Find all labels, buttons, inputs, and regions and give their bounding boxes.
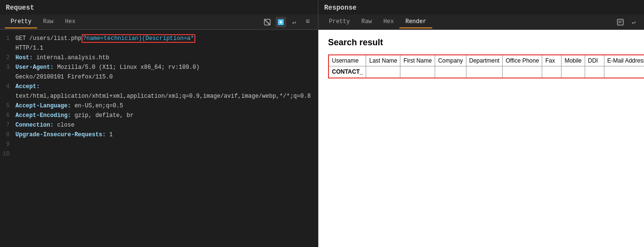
cell-mobile: [562, 66, 585, 78]
menu-icon[interactable]: ≡: [302, 17, 313, 27]
render-area: Search result Username Last Name First N…: [318, 30, 644, 247]
accept-key: Accept:: [15, 83, 40, 90]
code-line-3b: Gecko/20100101 Firefox/115.0: [0, 72, 318, 82]
code-line-5: 5 Accept-Language: en-US,en;q=0.5: [0, 101, 318, 111]
send-icon[interactable]: [275, 17, 286, 27]
col-company: Company: [435, 55, 466, 66]
tab-render-response[interactable]: Render: [399, 16, 432, 28]
request-tab-bar: Pretty Raw Hex ↵ ≡: [0, 14, 318, 30]
tab-pretty-request[interactable]: Pretty: [5, 16, 37, 28]
code-line-6: 6 Accept-Encoding: gzip, deflate, br: [0, 111, 318, 120]
code-line-9: 9: [0, 140, 318, 149]
col-fax: Fax: [542, 55, 562, 66]
right-panel: Response Pretty Raw Hex Render ↵ Search …: [318, 0, 644, 247]
main-layout: Request Pretty Raw Hex ↵ ≡: [0, 0, 644, 247]
col-last-name: Last Name: [366, 55, 400, 66]
cell-last-name: [366, 66, 400, 78]
col-email: E-Mail Address: [604, 55, 644, 66]
cell-first-name: [400, 66, 435, 78]
query-string-highlight: ?name=technician)(Description=a*: [82, 34, 195, 43]
col-mobile: Mobile: [562, 55, 585, 66]
cell-office-phone: [503, 66, 542, 78]
col-first-name: First Name: [400, 55, 435, 66]
table-row: CONTACT_: [329, 66, 644, 78]
search-result-title: Search result: [328, 38, 634, 48]
response-tab-bar: Pretty Raw Hex Render ↵: [318, 14, 644, 30]
request-code-area: 1 GET /users/list.php?name=technician)(D…: [0, 30, 318, 247]
tab-raw-request[interactable]: Raw: [37, 16, 59, 28]
response-newline-icon[interactable]: ↵: [629, 17, 639, 27]
tab-raw-response[interactable]: Raw: [356, 16, 378, 28]
col-department: Department: [466, 55, 503, 66]
response-header: Response: [318, 0, 644, 14]
code-line-7: 7 Connection: close: [0, 120, 318, 130]
code-line-4: 4 Accept:: [0, 82, 318, 91]
col-username: Username: [329, 55, 366, 66]
accept-enc-key: Accept-Encoding:: [15, 112, 71, 119]
code-line-3: 3 User-Agent: Mozilla/5.0 (X11; Linux x8…: [0, 63, 318, 72]
cell-email: [604, 66, 644, 78]
code-line-2: 2 Host: internal.analysis.htb: [0, 53, 318, 63]
left-panel: Request Pretty Raw Hex ↵ ≡: [0, 0, 318, 247]
code-line-1b: HTTP/1.1: [0, 43, 318, 53]
svg-rect-5: [617, 19, 623, 25]
upgrade-key: Upgrade-Insecure-Requests:: [15, 131, 106, 138]
request-toolbar-icons: ↵ ≡: [262, 17, 313, 27]
cell-ddi: [585, 66, 604, 78]
connection-key: Connection:: [15, 122, 54, 129]
tab-hex-request[interactable]: Hex: [59, 16, 82, 28]
cell-department: [466, 66, 503, 78]
word-wrap-icon[interactable]: [615, 17, 626, 27]
no-intercept-icon[interactable]: [262, 17, 273, 27]
code-line-4b: text/html,application/xhtml+xml,applicat…: [0, 91, 318, 101]
code-line-10: 10: [0, 149, 318, 159]
response-toolbar-icons: ↵: [615, 17, 639, 27]
col-office-phone: Office Phone: [503, 55, 542, 66]
host-key: Host:: [15, 54, 33, 61]
result-table: Username Last Name First Name Company De…: [328, 54, 644, 78]
newline-icon[interactable]: ↵: [289, 17, 300, 27]
cell-company: [435, 66, 466, 78]
code-line-1: 1 GET /users/list.php?name=technician)(D…: [0, 34, 318, 43]
svg-line-0: [264, 19, 270, 25]
accept-lang-key: Accept-Language:: [15, 103, 71, 109]
user-agent-key: User-Agent:: [15, 64, 54, 71]
cell-fax: [542, 66, 562, 78]
request-header: Request: [0, 0, 318, 14]
tab-hex-response[interactable]: Hex: [378, 16, 400, 28]
code-line-8: 8 Upgrade-Insecure-Requests: 1: [0, 130, 318, 140]
tab-pretty-response[interactable]: Pretty: [323, 16, 356, 28]
cell-username: CONTACT_: [329, 66, 366, 78]
get-path: GET /users/list.php: [15, 35, 82, 42]
col-ddi: DDI: [585, 55, 604, 66]
